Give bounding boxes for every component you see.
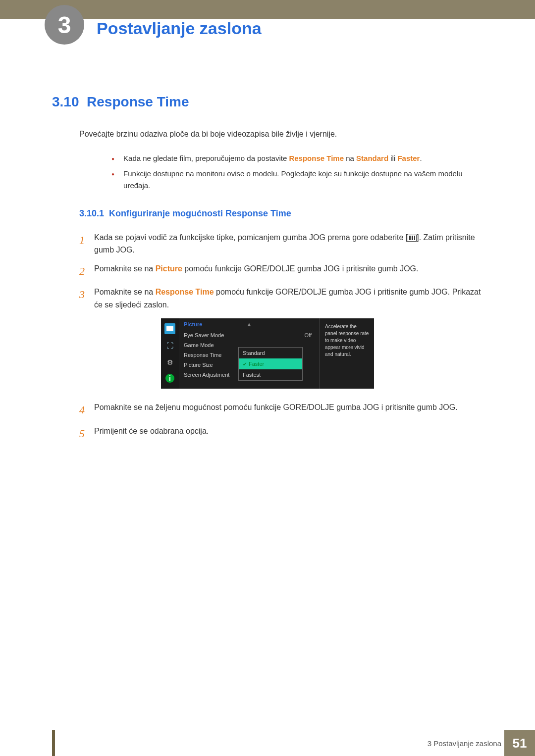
highlight: Response Time [289, 154, 344, 162]
highlight: Standard [356, 154, 388, 162]
info-tab-icon: i [165, 374, 174, 383]
step-text: Kada se pojavi vodič za funkcijske tipke… [94, 231, 483, 256]
up-arrow-icon: ▲ [247, 321, 252, 327]
step-number: 2 [79, 262, 94, 280]
osd-main: Picture ▲ Eye Saver ModeOff Game Mode Re… [179, 318, 320, 389]
subsection-number: 3.10.1 [79, 208, 104, 218]
section-intro: Povećajte brzinu odaziva ploče da bi boj… [79, 130, 483, 139]
footer: 3 Postavljanje zaslona 51 [0, 730, 535, 756]
osd-option-faster-selected: Faster [239, 358, 302, 369]
step-text: Pomaknite se na željenu mogućnost pomoću… [94, 401, 483, 418]
display-tab-icon: ⛶ [164, 340, 175, 351]
note-item: ● Funkcije dostupne na monitoru ovise o … [111, 168, 478, 191]
note-text-part: . [420, 154, 422, 162]
step-text: Primijenit će se odabrana opcija. [94, 425, 483, 442]
note-text: Funkcije dostupne na monitoru ovise o mo… [123, 168, 478, 191]
page-content: 3.10 Response Time Povećajte brzinu odaz… [52, 94, 483, 448]
note-text-part: ili [388, 154, 397, 162]
step-4: 4 Pomaknite se na željenu mogućnost pomo… [79, 401, 483, 418]
step-text-part: Pomaknite se na [94, 288, 156, 296]
bullet-icon: ● [111, 155, 114, 164]
osd-row-label: Eye Saver Mode [184, 332, 305, 338]
osd-row-value: Off [305, 332, 312, 338]
step-number: 3 [79, 286, 94, 311]
step-text-part: Pomaknite se na [94, 264, 156, 273]
note-text-part: na [344, 154, 356, 162]
osd-screenshot: ⛶ ⚙ i Picture ▲ Eye Saver ModeOff Game M… [161, 318, 374, 389]
step-text: Pomaknite se na Picture pomoću funkcije … [94, 262, 483, 280]
subsection-heading: 3.10.1 Konfiguriranje mogućnosti Respons… [79, 208, 483, 219]
subsection-title: Konfiguriranje mogućnosti Response Time [109, 208, 291, 218]
highlight: Response Time [156, 288, 214, 296]
step-text-part: pomoću funkcije GORE/DOLJE gumba JOG i p… [182, 264, 419, 273]
note-text: Kada ne gledate film, preporučujemo da p… [123, 152, 422, 164]
step-number: 1 [79, 231, 94, 256]
step-text-part: Kada se pojavi vodič za funkcijske tipke… [94, 233, 408, 242]
chapter-title: Postavljanje zaslona [97, 19, 262, 38]
osd-option-fastest: Fastest [239, 369, 302, 380]
note-text-part: Kada ne gledate film, preporučujemo da p… [123, 154, 289, 162]
note-item: ● Kada ne gledate film, preporučujemo da… [111, 152, 478, 164]
step-5: 5 Primijenit će se odabrana opcija. [79, 425, 483, 442]
osd-option-standard: Standard [239, 348, 302, 358]
step-2: 2 Pomaknite se na Picture pomoću funkcij… [79, 262, 483, 280]
section-title: Response Time [87, 94, 189, 109]
osd-dropdown: Standard Faster Fastest [238, 347, 303, 381]
footer-accent [52, 730, 55, 756]
step-1: 1 Kada se pojavi vodič za funkcijske tip… [79, 231, 483, 256]
note-list: ● Kada ne gledate film, preporučujemo da… [111, 152, 478, 191]
bullet-icon: ● [111, 170, 114, 191]
step-number: 5 [79, 425, 94, 442]
osd-option-label: Faster [249, 361, 264, 367]
step-number: 4 [79, 401, 94, 418]
osd-help-text: Accelerate the panel response rate to ma… [320, 318, 374, 389]
settings-tab-icon: ⚙ [164, 357, 175, 368]
chapter-number-badge: 3 [45, 5, 84, 45]
section-heading: 3.10 Response Time [52, 94, 483, 110]
osd-row: Eye Saver ModeOff [184, 330, 315, 340]
step-text: Pomaknite se na Response Time pomoću fun… [94, 286, 483, 311]
page-number: 51 [504, 730, 535, 756]
highlight: Picture [156, 264, 182, 273]
picture-tab-icon [164, 323, 175, 334]
osd-sidebar: ⛶ ⚙ i [161, 318, 179, 389]
section-number: 3.10 [52, 94, 79, 109]
menu-icon [408, 235, 417, 242]
highlight: Faster [397, 154, 420, 162]
step-3: 3 Pomaknite se na Response Time pomoću f… [79, 286, 483, 311]
footer-chapter-label: 3 Postavljanje zaslona [428, 730, 501, 756]
